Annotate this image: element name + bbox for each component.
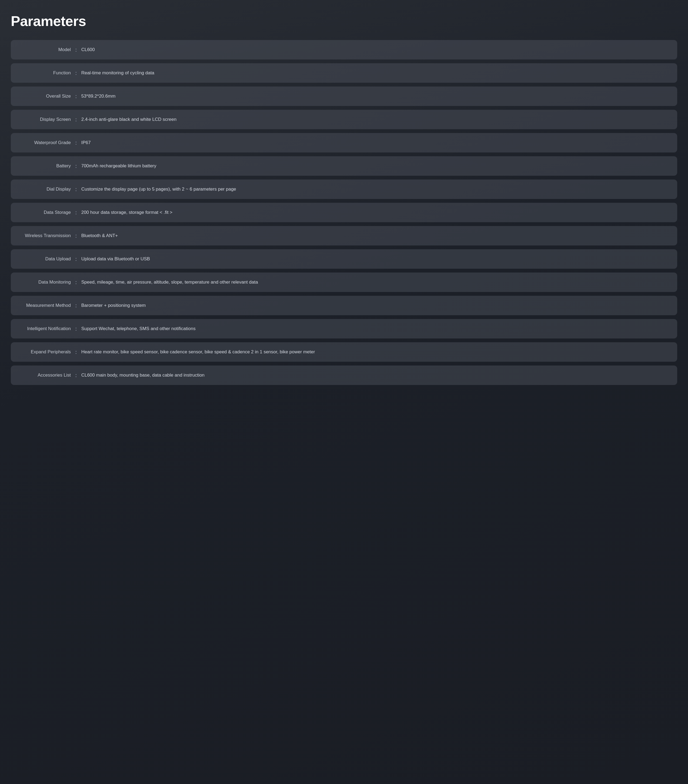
param-label: Function bbox=[17, 70, 74, 76]
param-colon: : bbox=[75, 279, 77, 285]
param-row: Data Upload:Upload data via Bluetooth or… bbox=[11, 249, 677, 269]
param-value: 53*89.2*20.6mm bbox=[81, 93, 671, 100]
param-colon: : bbox=[75, 140, 77, 146]
param-colon: : bbox=[75, 349, 77, 355]
param-row: Display Screen:2.4-inch anti-glare black… bbox=[11, 110, 677, 129]
param-row: Accessories List:CL600 main body, mounti… bbox=[11, 366, 677, 385]
param-label: Expand Peripherals bbox=[17, 349, 74, 355]
param-row: Data Storage:200 hour data storage, stor… bbox=[11, 203, 677, 222]
param-row: Expand Peripherals:Heart rate monitor, b… bbox=[11, 342, 677, 362]
param-colon: : bbox=[75, 47, 77, 53]
param-label: Data Storage bbox=[17, 210, 74, 215]
param-value: Bluetooth & ANT+ bbox=[81, 232, 671, 239]
param-label: Waterproof Grade bbox=[17, 140, 74, 145]
param-label: Data Monitoring bbox=[17, 280, 74, 285]
param-colon: : bbox=[75, 326, 77, 332]
param-row: Model:CL600 bbox=[11, 40, 677, 59]
param-label: Data Upload bbox=[17, 256, 74, 262]
page-title: Parameters bbox=[11, 13, 677, 29]
param-label: Accessories List bbox=[17, 372, 74, 378]
param-value: Customize the display page (up to 5 page… bbox=[81, 186, 671, 193]
param-value: 2.4-inch anti-glare black and white LCD … bbox=[81, 116, 671, 123]
param-row: Data Monitoring:Speed, mileage, time, ai… bbox=[11, 272, 677, 292]
param-value: Heart rate monitor, bike speed sensor, b… bbox=[81, 349, 671, 356]
param-colon: : bbox=[75, 372, 77, 379]
param-row: Dial Display:Customize the display page … bbox=[11, 180, 677, 199]
param-value: Real-time monitoring of cycling data bbox=[81, 69, 671, 76]
param-colon: : bbox=[75, 303, 77, 309]
param-colon: : bbox=[75, 256, 77, 262]
param-label: Wireless Transmission bbox=[17, 233, 74, 239]
param-row: Function:Real-time monitoring of cycling… bbox=[11, 63, 677, 83]
param-colon: : bbox=[75, 93, 77, 99]
param-row: Waterproof Grade:IP67 bbox=[11, 133, 677, 153]
param-value: CL600 main body, mounting base, data cab… bbox=[81, 372, 671, 379]
param-label: Battery bbox=[17, 163, 74, 169]
param-value: 200 hour data storage, storage format < … bbox=[81, 209, 671, 216]
param-row: Measurement Method:Barometer + positioni… bbox=[11, 296, 677, 315]
param-label: Model bbox=[17, 47, 74, 53]
param-row: Wireless Transmission:Bluetooth & ANT+ bbox=[11, 226, 677, 245]
param-label: Overall Size bbox=[17, 94, 74, 99]
param-value: CL600 bbox=[81, 46, 671, 53]
param-row: Intelligent Notification:Support Wechat,… bbox=[11, 319, 677, 338]
param-value: Upload data via Bluetooth or USB bbox=[81, 255, 671, 262]
param-value: 700mAh rechargeable lithium battery bbox=[81, 163, 671, 170]
param-row: Battery:700mAh rechargeable lithium batt… bbox=[11, 156, 677, 176]
param-colon: : bbox=[75, 186, 77, 193]
param-colon: : bbox=[75, 117, 77, 123]
param-value: Speed, mileage, time, air pressure, alti… bbox=[81, 279, 671, 286]
param-label: Dial Display bbox=[17, 186, 74, 192]
param-colon: : bbox=[75, 70, 77, 76]
parameters-list: Model:CL600Function:Real-time monitoring… bbox=[11, 40, 677, 385]
param-value: Support Wechat, telephone, SMS and other… bbox=[81, 325, 671, 332]
param-row: Overall Size:53*89.2*20.6mm bbox=[11, 87, 677, 106]
param-label: Display Screen bbox=[17, 117, 74, 122]
param-colon: : bbox=[75, 209, 77, 216]
param-value: IP67 bbox=[81, 139, 671, 146]
param-colon: : bbox=[75, 233, 77, 239]
param-value: Barometer + positioning system bbox=[81, 302, 671, 309]
param-label: Intelligent Notification bbox=[17, 326, 74, 331]
param-colon: : bbox=[75, 163, 77, 169]
param-label: Measurement Method bbox=[17, 303, 74, 308]
